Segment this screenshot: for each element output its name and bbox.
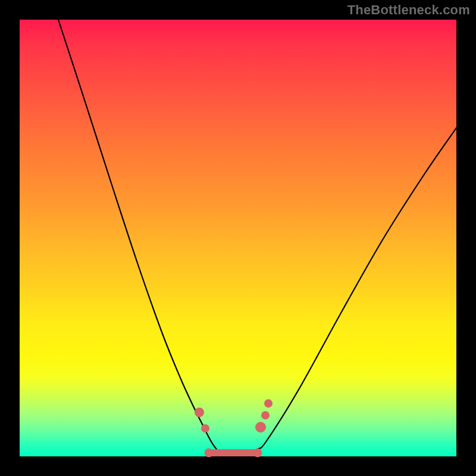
plot-area — [20, 20, 456, 456]
bottleneck-curve — [58, 20, 456, 456]
marker-point — [195, 408, 204, 417]
chart-stage: TheBottleneck.com — [0, 0, 476, 476]
floor-blob — [209, 449, 258, 456]
marker-point — [261, 411, 270, 419]
marker-point — [255, 422, 266, 433]
marker-point — [264, 399, 273, 408]
floor-blob-cap — [253, 449, 262, 458]
watermark-text: TheBottleneck.com — [347, 2, 470, 18]
floor-blob-cap — [205, 449, 214, 458]
curve-layer — [20, 20, 456, 456]
marker-point — [201, 424, 209, 433]
